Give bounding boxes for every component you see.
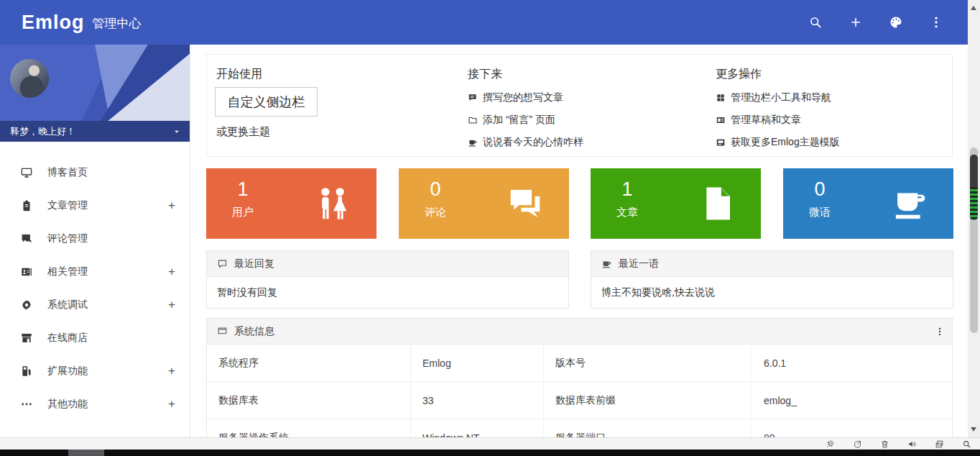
comment-outline-icon	[217, 258, 228, 269]
store-icon	[20, 332, 33, 345]
stat-label: 用户	[224, 206, 262, 219]
panel-header: 最近回复	[207, 251, 568, 277]
drafts-news-icon	[716, 115, 726, 125]
panel-header: 系统信息	[207, 319, 952, 345]
sysinfo-value: Emlog	[410, 345, 543, 381]
volume-icon[interactable]	[907, 439, 917, 449]
header-actions	[808, 0, 943, 45]
comment-bubbles-icon	[506, 184, 545, 223]
panel-body-text: 暂时没有回复	[207, 277, 568, 309]
start-title: 开始使用	[216, 67, 262, 82]
expand-plus[interactable]: +	[168, 397, 175, 411]
sysinfo-value: 6.0.1	[752, 345, 953, 381]
next-title: 接下来	[468, 67, 502, 82]
windows-icon[interactable]	[935, 439, 944, 449]
link-label: 管理草稿和文章	[731, 114, 801, 127]
stat-card-whispers[interactable]: 0 微语	[783, 168, 953, 239]
sysinfo-label: 版本号	[543, 345, 752, 381]
sysinfo-value: 80	[752, 419, 953, 437]
sidebar-item-label: 在线商店	[47, 332, 88, 345]
coffee-icon	[601, 258, 612, 269]
stat-card-articles[interactable]: 1 文章	[591, 168, 761, 239]
stat-value: 1	[609, 178, 646, 201]
theme-template-icon	[716, 137, 726, 147]
sidebar-menu: 博客首页 文章管理 + 评论管理 相关管理 + 系统调试 +	[0, 156, 190, 421]
add-new-icon[interactable]	[849, 15, 863, 29]
link-label: 获取更多Emlog主题模版	[731, 136, 840, 149]
sidebar-item-label: 博客首页	[47, 166, 88, 179]
emlog-logo: Emlog	[22, 12, 85, 34]
stat-label: 文章	[609, 206, 646, 219]
expand-plus[interactable]: +	[168, 364, 175, 378]
greeting-bar[interactable]: 释梦，晚上好！	[0, 121, 190, 142]
comment-icon	[20, 232, 33, 245]
panel-body-link[interactable]: 博主不知要说啥,快去说说	[591, 277, 953, 309]
monitor-icon	[20, 166, 33, 179]
write-article-link[interactable]: 撰写您的想写文章	[468, 91, 563, 105]
stat-label: 微语	[801, 206, 838, 219]
coffee-cup-icon	[890, 184, 929, 223]
chevron-down-icon	[172, 127, 181, 136]
expand-plus[interactable]: +	[168, 199, 175, 213]
expand-plus[interactable]: +	[168, 265, 175, 279]
link-label: 添加 “留言” 页面	[483, 114, 555, 127]
profile-banner	[0, 45, 190, 121]
get-themes-link[interactable]: 获取更多Emlog主题模版	[716, 135, 840, 150]
sidebar-item-comments[interactable]: 评论管理	[0, 222, 190, 255]
sidebar-item-others[interactable]: 其他功能 +	[0, 388, 190, 421]
expand-plus[interactable]: +	[168, 298, 175, 312]
sidebar: 释梦，晚上好！ 博客首页 文章管理 + 评论管理 相关管理 +	[0, 45, 190, 437]
more-menu-icon[interactable]	[929, 15, 943, 29]
post-mood-link[interactable]: 说说看今天的心情咋样	[468, 135, 583, 150]
gear-icon	[20, 298, 33, 311]
scrollbar	[968, 0, 980, 437]
panel-title: 最近回复	[234, 257, 274, 270]
sidebar-item-label: 相关管理	[47, 265, 88, 278]
stat-value: 0	[801, 178, 838, 201]
article-file-icon	[698, 184, 736, 223]
sidebar-item-label: 评论管理	[47, 232, 88, 245]
manage-drafts-link[interactable]: 管理草稿和文章	[716, 113, 801, 127]
more-title: 更多操作	[716, 67, 762, 82]
link-label: 管理边栏小工具和导航	[731, 91, 831, 104]
change-theme-link[interactable]: 或更换主题	[216, 125, 270, 139]
rocket-icon[interactable]	[826, 439, 835, 449]
widgets-grid-icon	[716, 93, 726, 103]
add-message-page-link[interactable]: 添加 “留言” 页面	[468, 113, 555, 127]
sysinfo-value: Windows NT	[410, 419, 543, 437]
sidebar-item-label: 系统调试	[47, 298, 88, 311]
window-outline-icon	[217, 326, 228, 337]
theme-palette-icon[interactable]	[889, 15, 903, 29]
taskbar-edge	[0, 450, 980, 456]
panel-more-icon[interactable]	[935, 327, 945, 337]
sidebar-item-label: 其他功能	[47, 398, 88, 411]
sidebar-item-articles[interactable]: 文章管理 +	[0, 189, 190, 222]
magnifier-icon[interactable]	[962, 439, 971, 449]
link-label: 撰写您的想写文章	[483, 91, 563, 104]
customize-sidebar-button[interactable]: 自定义侧边栏	[215, 87, 318, 117]
sidebar-item-related[interactable]: 相关管理 +	[0, 255, 190, 288]
stat-card-users[interactable]: 1 用户	[206, 168, 376, 239]
scroll-down-button[interactable]	[971, 427, 976, 432]
sidebar-item-store[interactable]: 在线商店	[0, 322, 190, 355]
manage-widgets-link[interactable]: 管理边栏小工具和导航	[716, 91, 831, 105]
panel-title: 最近一语	[619, 257, 659, 270]
sidebar-item-extensions[interactable]: 扩展功能 +	[0, 355, 190, 388]
sysinfo-label: 服务器操作系统	[207, 419, 410, 437]
scroll-progress-indicator	[970, 155, 978, 220]
recent-whisper-panel: 最近一语 博主不知要说啥,快去说说	[591, 250, 953, 309]
search-icon[interactable]	[808, 15, 823, 29]
status-bar-icons	[826, 438, 971, 450]
performance-icon[interactable]	[853, 439, 862, 449]
trash-icon[interactable]	[880, 439, 889, 449]
stat-card-comments[interactable]: 0 评论	[399, 168, 569, 239]
avatar[interactable]	[10, 59, 49, 98]
sidebar-item-blog-home[interactable]: 博客首页	[0, 156, 190, 189]
clipboard-icon	[20, 199, 33, 212]
stat-value: 1	[224, 178, 262, 201]
stat-label: 评论	[417, 206, 454, 219]
sidebar-item-system[interactable]: 系统调试 +	[0, 288, 190, 322]
sysinfo-label: 数据库表	[207, 382, 410, 419]
scroll-up-button[interactable]	[971, 6, 976, 10]
sysinfo-label: 服务器端口	[543, 419, 752, 437]
